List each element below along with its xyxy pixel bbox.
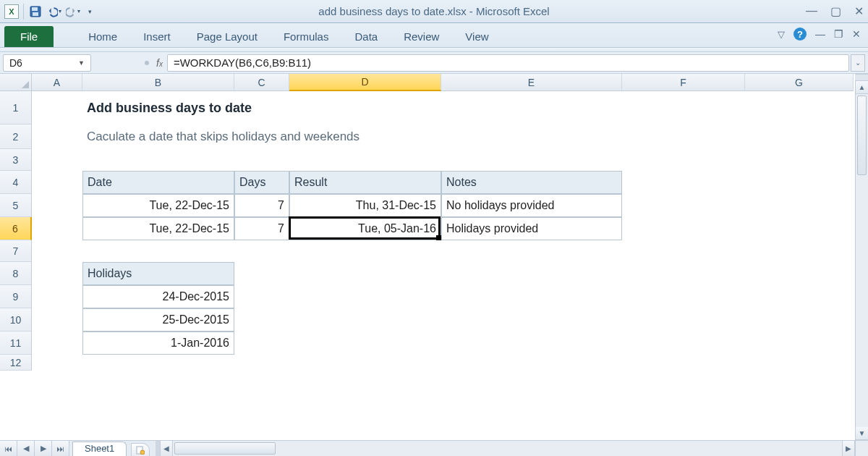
horizontal-scrollbar[interactable]: ◀ ▶ (160, 441, 855, 456)
formula-bar-expand-button[interactable]: ⌄ (851, 54, 865, 72)
svg-rect-2 (33, 12, 38, 16)
formula-bar-row: D6 ▼ fx ⌄ (0, 52, 868, 74)
sheet-nav-prev-button[interactable]: ◀ (17, 441, 35, 456)
title-cell[interactable]: Add business days to date (82, 91, 589, 124)
close-button[interactable]: ✕ (854, 4, 864, 18)
doc-restore-button[interactable]: ❐ (834, 28, 843, 40)
excel-app-icon[interactable]: X (4, 4, 19, 19)
redo-button[interactable]: ▾ (66, 4, 80, 19)
column-header-B[interactable]: B (82, 74, 234, 91)
file-tab[interactable]: File (4, 26, 54, 47)
svg-rect-1 (32, 7, 38, 11)
cell-B11[interactable]: 1-Jan-2016 (82, 332, 234, 355)
cell-B5[interactable]: Tue, 22-Dec-15 (82, 194, 234, 217)
bottom-bar: ⏮ ◀ ▶ ⏭ Sheet1 ◀ ▶ (0, 440, 868, 456)
header-date[interactable]: Date (82, 171, 234, 194)
new-sheet-button[interactable] (131, 443, 150, 456)
fx-icon[interactable]: fx (156, 57, 163, 69)
header-holidays[interactable]: Holidays (82, 262, 234, 285)
cell-B6[interactable]: Tue, 22-Dec-15 (82, 217, 234, 240)
formula-input[interactable] (167, 54, 849, 72)
tab-home[interactable]: Home (75, 26, 130, 47)
tab-insert[interactable]: Insert (130, 26, 184, 47)
spreadsheet-grid[interactable]: ABCDEFG 123456789101112 Add business day… (0, 74, 855, 440)
help-icon[interactable]: ? (793, 28, 807, 41)
tab-view[interactable]: View (452, 26, 501, 47)
vertical-split-handle[interactable] (855, 74, 868, 81)
row-header-2[interactable]: 2 (0, 124, 32, 149)
save-button[interactable] (28, 4, 43, 19)
vertical-scrollbar[interactable]: ▲ ▼ (855, 81, 868, 440)
scroll-down-button[interactable]: ▼ (856, 427, 868, 440)
sheet-nav-last-button[interactable]: ⏭ (52, 441, 69, 456)
doc-close-button[interactable]: ✕ (852, 28, 861, 40)
row-header-6[interactable]: 6 (0, 217, 32, 240)
cell-B9[interactable]: 24-Dec-2015 (82, 285, 234, 308)
cell-B10[interactable]: 25-Dec-2015 (82, 308, 234, 332)
row-header-12[interactable]: 12 (0, 355, 32, 371)
cell-D6[interactable]: Tue, 05-Jan-16 (289, 217, 441, 240)
name-box-value: D6 (9, 57, 22, 69)
column-header-G[interactable]: G (745, 74, 854, 91)
header-result[interactable]: Result (289, 171, 441, 194)
row-header-8[interactable]: 8 (0, 262, 32, 285)
sheet-nav-first-button[interactable]: ⏮ (0, 441, 17, 456)
column-header-A[interactable]: A (32, 74, 82, 91)
tab-data[interactable]: Data (341, 26, 391, 47)
ribbon-tabs: File Home Insert Page Layout Formulas Da… (0, 23, 868, 48)
scroll-right-button[interactable]: ▶ (842, 441, 855, 456)
row-header-4[interactable]: 4 (0, 171, 32, 194)
tab-formulas[interactable]: Formulas (271, 26, 342, 47)
scroll-left-button[interactable]: ◀ (160, 441, 173, 456)
horizontal-scrollbar-thumb[interactable] (174, 442, 276, 455)
vertical-scrollbar-thumb[interactable] (857, 96, 867, 175)
sheet-nav-next-button[interactable]: ▶ (35, 441, 52, 456)
column-header-D[interactable]: D (289, 74, 441, 91)
minimize-button[interactable]: — (806, 4, 817, 18)
tab-review[interactable]: Review (391, 26, 452, 47)
cell-E6[interactable]: Holidays provided (441, 217, 622, 240)
column-header-E[interactable]: E (441, 74, 622, 91)
row-header-7[interactable]: 7 (0, 240, 32, 262)
doc-minimize-button[interactable]: — (815, 28, 825, 40)
row-header-3[interactable]: 3 (0, 149, 32, 171)
cell-C6[interactable]: 7 (234, 217, 289, 240)
row-header-9[interactable]: 9 (0, 285, 32, 308)
name-box-dropdown-icon[interactable]: ▼ (78, 59, 85, 67)
cell-E5[interactable]: No holidays provided (441, 194, 622, 217)
subtitle-cell[interactable]: Caculate a date that skips holidays and … (82, 124, 589, 149)
qat-customize-button[interactable]: ▾ (85, 4, 95, 19)
cancel-formula-icon (145, 61, 149, 65)
quick-access-toolbar: ▾ ▾ ▾ (28, 4, 95, 19)
maximize-button[interactable]: ▢ (830, 4, 841, 18)
tab-page-layout[interactable]: Page Layout (184, 26, 271, 47)
scroll-up-button[interactable]: ▲ (856, 81, 868, 94)
cell-D5[interactable]: Thu, 31-Dec-15 (289, 194, 441, 217)
column-header-F[interactable]: F (622, 74, 745, 91)
svg-point-4 (140, 450, 145, 455)
row-header-11[interactable]: 11 (0, 332, 32, 355)
header-notes[interactable]: Notes (441, 171, 622, 194)
title-bar: X ▾ ▾ ▾ add business days to date.xlsx -… (0, 0, 868, 23)
name-box[interactable]: D6 ▼ (3, 54, 91, 72)
sheet-tab-sheet1[interactable]: Sheet1 (72, 442, 127, 456)
row-header-5[interactable]: 5 (0, 194, 32, 217)
ribbon-minimize-icon[interactable]: ▽ (778, 29, 785, 40)
row-header-1[interactable]: 1 (0, 91, 32, 124)
column-header-C[interactable]: C (234, 74, 289, 91)
row-header-10[interactable]: 10 (0, 308, 32, 332)
select-all-corner[interactable] (0, 74, 32, 91)
header-days[interactable]: Days (234, 171, 289, 194)
undo-button[interactable]: ▾ (47, 4, 61, 19)
cell-C5[interactable]: 7 (234, 194, 289, 217)
window-title: add business days to date.xlsx - Microso… (0, 5, 868, 17)
